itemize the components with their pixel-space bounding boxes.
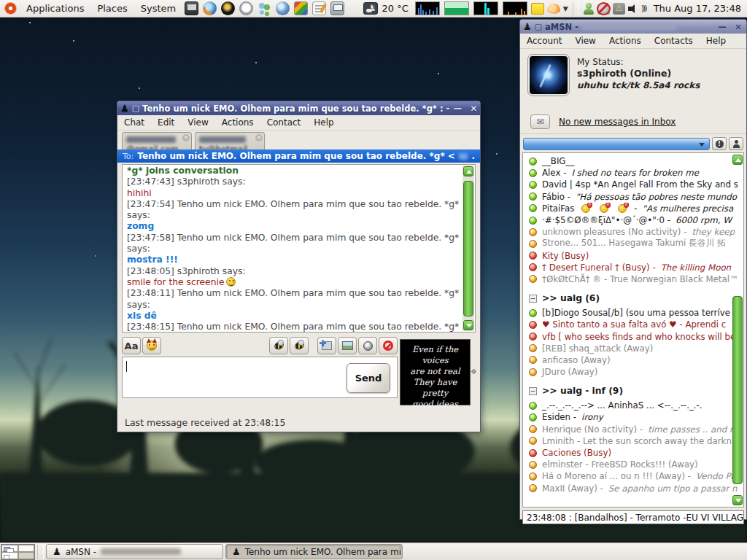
terminal-launcher-icon[interactable] (185, 1, 198, 15)
menu-help[interactable]: Help (706, 36, 726, 46)
contact-row[interactable]: PitaiFas - "As mulheres precisa (523, 203, 743, 214)
msn-messenger-launcher-icon[interactable] (258, 1, 271, 15)
user-status-tray-icon[interactable] (583, 3, 595, 15)
contact-row[interactable]: __BIG__ (523, 155, 743, 167)
nudge-button-1[interactable] (269, 337, 288, 354)
contact-row[interactable]: †ØkØtChÅ† ® - True Norwegian Black Metal… (523, 273, 743, 285)
menu-view[interactable]: View (187, 117, 208, 128)
task-button-amsn[interactable]: ♟ aMSN - (46, 544, 223, 559)
envelope-icon[interactable]: ✉ (530, 114, 550, 129)
chat-close-button[interactable]: ✕ (468, 104, 479, 114)
contact-row[interactable]: Há o Moreno aí ... ou n !!! (Away) - Ven… (523, 470, 743, 482)
warning-tray-icon[interactable]: ⚠ (613, 3, 625, 15)
workspace-switcher[interactable] (1, 544, 35, 560)
nudge-button-2[interactable] (290, 337, 309, 354)
menu-places[interactable]: Places (92, 1, 132, 15)
contact-row[interactable]: MaxII (Away) - Se apanho um tipo a passa… (523, 483, 743, 494)
menu-system[interactable]: System (136, 1, 181, 15)
contact-row[interactable]: ·#·$5©Ø®®ξïΔ"•·@´·@•"·0 - 6000 rpm, W (523, 214, 743, 226)
contact-row[interactable]: Fábio - "Há pessoas tão pobres neste mun… (523, 191, 743, 203)
contact-group-header[interactable]: −>> ualg - inf (9) (523, 386, 743, 396)
workspace-4[interactable] (18, 552, 35, 559)
workspace-1[interactable] (1, 545, 18, 552)
applet-dropdown-arrow-icon[interactable]: ▼ (563, 5, 568, 12)
collapse-icon[interactable]: − (529, 295, 537, 303)
weather-moon-cloud-icon[interactable] (363, 2, 378, 15)
menu-applications[interactable]: Applications (21, 1, 89, 15)
my-personal-message[interactable]: uhuhu tck/tk 8.5a4 rocks (577, 79, 700, 91)
add-contact-button[interactable] (317, 337, 336, 354)
chat-bubble-launcher-icon[interactable] (239, 1, 253, 15)
inbox-link[interactable]: No new messages in Inbox (559, 117, 676, 127)
amsn-titlebar[interactable]: ♟ ▢ aMSN - —✕ (520, 20, 746, 34)
webcam-button[interactable] (358, 337, 377, 354)
my-nickname[interactable]: s3phiroth (Online) (577, 68, 700, 79)
task-button-chat[interactable]: ♟ Tenho um nick EMO. Olhem para mi... (225, 544, 403, 559)
muted-bell-tray-icon[interactable] (597, 3, 610, 15)
contact-row[interactable]: Alex - I shed no tears for broken me (523, 167, 743, 179)
scroll-up-button[interactable] (732, 155, 743, 165)
my-display-picture[interactable] (528, 55, 569, 96)
tab-close-icon[interactable]: ✕ (255, 134, 263, 141)
contact-row[interactable]: † Desert Funeral † (Busy) - The killing … (523, 262, 743, 273)
contact-row[interactable]: David | 4sp *An Angel Fall From the Sky … (523, 179, 743, 190)
globe-app-launcher-icon[interactable] (276, 1, 290, 15)
firefox-launcher-icon[interactable] (203, 1, 217, 15)
contact-row[interactable]: Caciones (Busy) (523, 447, 743, 459)
text-editor-launcher-icon[interactable] (312, 1, 326, 15)
message-history[interactable]: *g* joins conversation[23:47:43] s3phiro… (122, 164, 476, 332)
status-ticker-dropdown[interactable]: 23:48:08 : [Bandalhos] - Terramoto -EU V… (522, 510, 744, 524)
contact-row[interactable]: vfb [ who seeks finds and who knocks wil… (523, 330, 743, 342)
send-image-button[interactable] (338, 337, 357, 354)
memory-monitor-applet[interactable] (444, 1, 469, 15)
window-app-launcher-icon[interactable] (330, 1, 344, 15)
send-button[interactable]: Send (347, 363, 390, 393)
chat-scroll-down-button[interactable] (463, 320, 473, 330)
contact-row[interactable]: _.--._.--._.--> ... AninhaS ... <--._.--… (523, 400, 743, 411)
chat-titlebar[interactable]: ♟ ▢ Tenho um nick EMO. Olhem para mim qu… (117, 101, 480, 115)
group-sort-dropdown[interactable] (523, 138, 710, 150)
scroll-down-button[interactable] (732, 495, 743, 505)
contact-row[interactable]: Henrique (No activity) - time passes .. … (523, 424, 743, 435)
contact-row[interactable]: Lminith - Let the sun scorch away the da… (523, 435, 743, 447)
font-button[interactable]: Aa (122, 337, 141, 354)
contact-row[interactable]: Esiden - irony (523, 411, 743, 423)
contacts-view-button[interactable] (729, 137, 743, 150)
events-button[interactable]: ! (712, 137, 727, 150)
menu-account[interactable]: Account (527, 36, 562, 46)
menu-actions[interactable]: Actions (222, 117, 254, 128)
deskbar-applet-icon[interactable] (547, 4, 560, 14)
network-monitor-applet[interactable] (473, 1, 498, 15)
workspace-3[interactable] (1, 552, 18, 559)
contact-row[interactable]: JDuro (Away) (523, 366, 743, 378)
tab-close-icon[interactable]: ✕ (182, 134, 190, 141)
contact-row[interactable]: [b]Diogo Sousa[/b] (sou uma pessoa terrí… (523, 307, 743, 319)
chat-scrollbar-thumb[interactable] (463, 181, 473, 316)
menu-edit[interactable]: Edit (158, 117, 174, 128)
chat-tab-1[interactable]: @gmail.com ✕ (122, 132, 192, 152)
contact-row[interactable]: unknown pleasures (No activity) - they k… (523, 226, 743, 238)
chat-tab-2[interactable]: tv@hotmail ✕ (195, 132, 265, 152)
chat-scroll-up-button[interactable] (463, 166, 473, 176)
panel-clock[interactable]: Thu Aug 17, 23:48 (654, 3, 741, 14)
minimize-button[interactable]: — (717, 22, 727, 32)
contact-row[interactable]: elminster - FreeBSD Rocks!!! (Away) (523, 459, 743, 470)
menu-contact[interactable]: Contact (267, 117, 301, 128)
message-input[interactable]: Send (122, 357, 398, 398)
graphics-app-launcher-icon[interactable] (294, 1, 308, 15)
contact-row[interactable]: Strone... 501... Hasegawa Takumi 長谷川 拓 (523, 238, 743, 249)
block-button[interactable] (379, 337, 398, 354)
cpu-monitor-applet[interactable] (415, 1, 440, 15)
contact-row[interactable]: ♥ Sinto tanto a sua falta avó ♥ - Aprend… (523, 319, 743, 330)
menu-actions[interactable]: Actions (609, 36, 641, 46)
distro-logo-icon[interactable] (4, 2, 17, 15)
contact-group-header[interactable]: −>> ualg (6) (523, 293, 743, 303)
contact-row[interactable]: anficaso (Away) (523, 354, 743, 366)
menu-help[interactable]: Help (314, 117, 333, 128)
menu-chat[interactable]: Chat (124, 117, 144, 128)
sticky-notes-applet-icon[interactable] (531, 3, 544, 15)
media-app-launcher-icon[interactable] (221, 1, 235, 15)
contact-row[interactable]: [REB] shaq_attack (Away) (523, 343, 743, 354)
disk-monitor-applet[interactable] (503, 1, 527, 15)
menu-view[interactable]: View (575, 36, 595, 46)
